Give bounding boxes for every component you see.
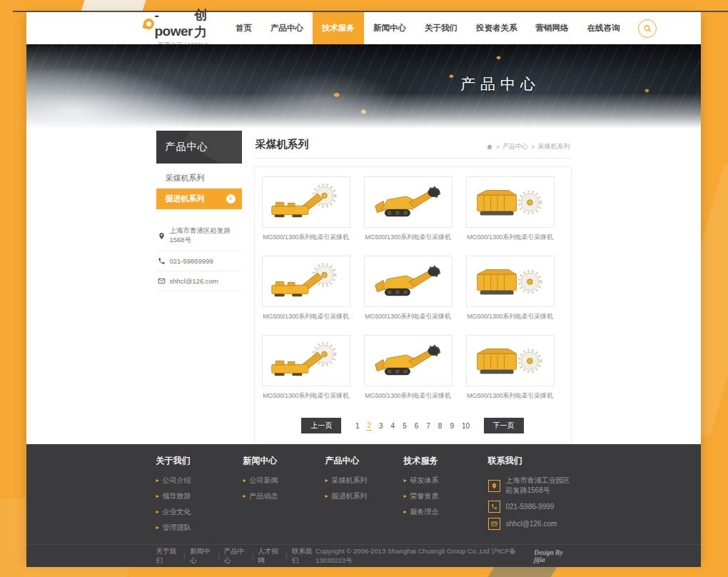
product-card[interactable]: MG500/1300系列电牵引采煤机 — [262, 335, 350, 401]
bullet-icon: ▸ — [325, 478, 328, 483]
footer-link-领导致辞[interactable]: ▸领导致辞 — [156, 491, 243, 501]
sidebar-phone: 021-59869999 — [156, 251, 242, 271]
footer-link-公司介绍[interactable]: ▸公司介绍 — [156, 476, 243, 486]
footer-bottom-link-关于我们[interactable]: 关于我们 — [156, 547, 180, 566]
footer-link-label: 研发体系 — [410, 476, 439, 486]
product-card[interactable]: MG500/1300系列电牵引采煤机 — [466, 256, 555, 321]
sidebar: 产品中心 采煤机系列掘进机系列› 上海市青浦区崧复路1568号 021-5986… — [156, 131, 242, 444]
footer-link-label: 企业文化 — [163, 507, 191, 517]
location-icon — [158, 232, 166, 240]
breadcrumb-products[interactable]: 产品中心 — [502, 142, 528, 151]
prev-page-button[interactable]: 上一页 — [301, 418, 341, 433]
sidebar-email-text: shhcl@126.com — [170, 277, 218, 285]
nav-item-投资者关系[interactable]: 投资者关系 — [467, 12, 527, 44]
nav-item-关于我们[interactable]: 关于我们 — [415, 12, 467, 44]
phone-icon — [158, 257, 166, 265]
product-caption: MG500/1300系列电牵引采煤机 — [466, 391, 555, 401]
breadcrumb: > 产品中心 > 采煤机系列 — [486, 142, 570, 151]
bullet-icon: ▸ — [243, 478, 246, 483]
footer-bottom-bar: 关于我们|新闻中心|产品中心|人才招聘|联系我们 Copyright © 200… — [26, 544, 701, 567]
page-number-3[interactable]: 3 — [378, 421, 384, 431]
nav-item-营销网络[interactable]: 营销网络 — [526, 12, 577, 44]
link-separator: | — [184, 552, 186, 560]
product-card[interactable]: MG500/1300系列电牵引采煤机 — [466, 176, 555, 242]
footer-bottom-link-产品中心[interactable]: 产品中心 — [224, 547, 248, 566]
bullet-icon: ▸ — [404, 478, 407, 483]
product-image — [262, 256, 350, 307]
footer-contact: 联系我们 上海市青浦工业园区崧复路1568号 021-5986-9999 shh… — [488, 455, 572, 538]
product-caption: MG500/1300系列电牵引采煤机 — [466, 312, 555, 321]
footer-link-管理团队[interactable]: ▸管理团队 — [156, 523, 243, 533]
footer-link-label: 服务理念 — [410, 507, 439, 517]
nav-item-产品中心[interactable]: 产品中心 — [261, 12, 313, 44]
search-button[interactable] — [638, 19, 657, 38]
product-card[interactable]: MG500/1300系列电牵引采煤机 — [364, 176, 453, 242]
footer-column-title: 关于我们 — [156, 455, 243, 467]
footer-link-公司新闻[interactable]: ▸公司新闻 — [243, 476, 325, 486]
brand-ring-icon — [143, 19, 154, 29]
home-icon[interactable] — [486, 144, 493, 151]
bullet-icon: ▸ — [325, 493, 328, 499]
footer-link-掘进机系列[interactable]: ▸掘进机系列 — [325, 491, 404, 501]
footer-column-新闻中心: 新闻中心▸公司新闻▸产品动态 — [243, 455, 325, 538]
sidebar-address-text: 上海市青浦区崧复路1568号 — [170, 226, 242, 245]
nav-item-首页[interactable]: 首页 — [226, 12, 261, 44]
next-page-button[interactable]: 下一页 — [484, 418, 524, 433]
bullet-icon: ▸ — [156, 493, 159, 499]
product-grid-box: MG500/1300系列电牵引采煤机 MG500/1300系列电牵引采煤机 MG… — [254, 166, 572, 444]
page-number-6[interactable]: 6 — [414, 421, 420, 431]
product-card[interactable]: MG500/1300系列电牵引采煤机 — [262, 256, 350, 321]
email-icon — [491, 521, 497, 527]
email-icon — [158, 277, 166, 285]
product-card[interactable]: MG500/1300系列电牵引采煤机 — [262, 176, 350, 242]
page-number-8[interactable]: 8 — [438, 421, 443, 431]
pagination: 上一页 12345678910 下一页 — [262, 418, 564, 433]
page-number-2[interactable]: 2 — [366, 421, 372, 431]
footer-column-title: 新闻中心 — [243, 455, 325, 467]
product-card[interactable]: MG500/1300系列电牵引采煤机 — [364, 256, 453, 321]
footer-email-text: shhcl@126.com — [506, 520, 557, 528]
footer-link-label: 荣誉资质 — [410, 491, 439, 501]
product-caption: MG500/1300系列电牵引采煤机 — [262, 312, 350, 321]
hero-title: 产品中心 — [460, 74, 540, 94]
product-image — [364, 176, 453, 228]
product-card[interactable]: MG500/1300系列电牵引采煤机 — [466, 335, 555, 401]
footer-column-title: 产品中心 — [325, 455, 404, 467]
footer-bottom-links: 关于我们|新闻中心|产品中心|人才招聘|联系我们 — [156, 547, 315, 566]
footer-link-label: 公司介绍 — [163, 476, 191, 486]
sidebar-item-掘进机系列[interactable]: 掘进机系列› — [156, 189, 242, 209]
footer-link-label: 产品动态 — [250, 491, 278, 501]
bullet-icon: ▸ — [404, 493, 407, 499]
footer-link-产品动态[interactable]: ▸产品动态 — [243, 491, 325, 501]
page-number-10[interactable]: 10 — [461, 421, 470, 431]
nav-item-新闻中心[interactable]: 新闻中心 — [364, 12, 415, 44]
brand-logo[interactable]: -power 创力 股票代码 / 603012 — [143, 6, 208, 50]
page-number-1[interactable]: 1 — [355, 421, 360, 431]
page-number-7[interactable]: 7 — [425, 421, 431, 431]
footer-link-研发体系[interactable]: ▸研发体系 — [404, 476, 488, 486]
footer-link-label: 管理团队 — [163, 523, 191, 533]
nav-item-在线咨询[interactable]: 在线咨询 — [577, 12, 629, 44]
nav-item-技术服务[interactable]: 技术服务 — [313, 12, 364, 44]
product-card[interactable]: MG500/1300系列电牵引采煤机 — [364, 335, 453, 401]
page-number-5[interactable]: 5 — [402, 421, 408, 431]
footer-link-服务理念[interactable]: ▸服务理念 — [404, 507, 488, 517]
footer-link-企业文化[interactable]: ▸企业文化 — [156, 507, 243, 517]
footer-column-产品中心: 产品中心▸采煤机系列▸掘进机系列 — [325, 455, 404, 538]
page-number-4[interactable]: 4 — [390, 421, 396, 431]
brand-name-latin: -power — [155, 8, 193, 39]
page-title: 采煤机系列 — [256, 138, 309, 151]
footer-link-采煤机系列[interactable]: ▸采煤机系列 — [325, 476, 404, 486]
product-caption: MG500/1300系列电牵引采煤机 — [364, 312, 453, 321]
footer-bottom-link-人才招聘[interactable]: 人才招聘 — [258, 547, 281, 566]
breadcrumb-separator: > — [531, 144, 535, 151]
footer-bottom-link-新闻中心[interactable]: 新闻中心 — [190, 547, 213, 566]
product-image — [262, 335, 350, 386]
footer-bottom-link-联系我们[interactable]: 联系我们 — [292, 547, 315, 566]
nav-menu: 首页产品中心技术服务新闻中心关于我们投资者关系营销网络在线咨询 — [226, 12, 630, 44]
footer-link-label: 掘进机系列 — [332, 491, 368, 501]
footer-link-荣誉资质[interactable]: ▸荣誉资质 — [404, 491, 488, 501]
page-number-9[interactable]: 9 — [449, 421, 455, 431]
bullet-icon: ▸ — [156, 525, 159, 531]
sidebar-item-采煤机系列[interactable]: 采煤机系列 — [156, 168, 242, 189]
